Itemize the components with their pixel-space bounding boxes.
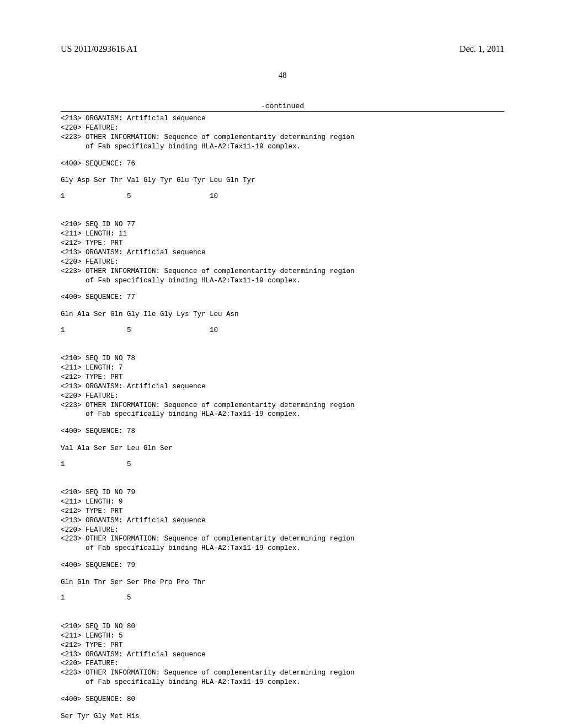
seq80-210: <210> SEQ ID NO 80: [61, 622, 504, 631]
seq78-223-l1: <223> OTHER INFORMATION: Sequence of com…: [61, 401, 504, 410]
seq78-211: <211> LENGTH: 7: [61, 363, 504, 373]
seq79-220: <220> FEATURE:: [61, 526, 504, 535]
seq76-meta-223-l2: of Fab specifically binding HLA-A2:Tax11…: [61, 142, 504, 152]
seq77-223-l1: <223> OTHER INFORMATION: Sequence of com…: [61, 267, 504, 276]
seq79-210: <210> SEQ ID NO 79: [61, 488, 504, 497]
seq78-223-l2: of Fab specifically binding HLA-A2:Tax11…: [61, 410, 504, 419]
continued-label: -continued: [61, 102, 504, 110]
seq80-212: <212> TYPE: PRT: [61, 641, 504, 650]
seq79-212: <212> TYPE: PRT: [61, 507, 504, 516]
seq78-210: <210> SEQ ID NO 78: [61, 354, 504, 363]
seq77-211: <211> LENGTH: 11: [61, 229, 504, 239]
seq79-213: <213> ORGANISM: Artificial sequence: [61, 516, 504, 526]
seq78-212: <212> TYPE: PRT: [61, 373, 504, 382]
seq77-220: <220> FEATURE:: [61, 258, 504, 267]
seq77-positions: 1 5 10: [61, 326, 504, 334]
seq80-211: <211> LENGTH: 5: [61, 631, 504, 641]
page-number: 48: [61, 71, 504, 80]
seq79-positions: 1 5: [61, 594, 504, 602]
seq76-positions: 1 5 10: [61, 192, 504, 200]
seq78-400: <400> SEQUENCE: 78: [61, 427, 504, 436]
seq77-400: <400> SEQUENCE: 77: [61, 293, 504, 302]
seq79-223-l2: of Fab specifically binding HLA-A2:Tax11…: [61, 544, 504, 553]
seq80-223-l2: of Fab specifically binding HLA-A2:Tax11…: [61, 678, 504, 687]
seq78-residues: Val Ala Ser Ser Leu Gln Ser: [61, 444, 504, 453]
seq77-223-l2: of Fab specifically binding HLA-A2:Tax11…: [61, 276, 504, 286]
seq77-213: <213> ORGANISM: Artificial sequence: [61, 248, 504, 258]
seq79-residues: Gln Gln Thr Ser Ser Phe Pro Pro Thr: [61, 578, 504, 587]
seq78-positions: 1 5: [61, 461, 504, 468]
seq76-meta-213: <213> ORGANISM: Artificial sequence: [61, 114, 504, 124]
seq77-212: <212> TYPE: PRT: [61, 239, 504, 248]
seq79-211: <211> LENGTH: 9: [61, 497, 504, 507]
seq80-220: <220> FEATURE:: [61, 659, 504, 668]
seq79-223-l1: <223> OTHER INFORMATION: Sequence of com…: [61, 534, 504, 544]
publication-date: Dec. 1, 2011: [460, 44, 504, 54]
seq80-residues: Ser Tyr Gly Met His: [61, 712, 504, 721]
seq78-213: <213> ORGANISM: Artificial sequence: [61, 382, 504, 392]
seq76-meta-220: <220> FEATURE:: [61, 124, 504, 133]
publication-number: US 2011/0293616 A1: [61, 44, 137, 54]
seq80-400: <400> SEQUENCE: 80: [61, 695, 504, 704]
patent-page: US 2011/0293616 A1 Dec. 1, 2011 48 -cont…: [0, 0, 565, 728]
page-header: US 2011/0293616 A1 Dec. 1, 2011: [61, 44, 504, 54]
seq80-223-l1: <223> OTHER INFORMATION: Sequence of com…: [61, 668, 504, 678]
seq79-400: <400> SEQUENCE: 79: [61, 561, 504, 570]
seq80-213: <213> ORGANISM: Artificial sequence: [61, 650, 504, 660]
seq76-meta-223-l1: <223> OTHER INFORMATION: Sequence of com…: [61, 133, 504, 142]
seq77-210: <210> SEQ ID NO 77: [61, 220, 504, 229]
seq77-residues: Gln Ala Ser Gln Gly Ile Gly Lys Tyr Leu …: [61, 310, 504, 319]
divider-top: [61, 111, 504, 112]
seq76-residues: Gly Asp Ser Thr Val Gly Tyr Glu Tyr Leu …: [61, 176, 504, 185]
seq76-400: <400> SEQUENCE: 76: [61, 159, 504, 169]
seq78-220: <220> FEATURE:: [61, 392, 504, 401]
